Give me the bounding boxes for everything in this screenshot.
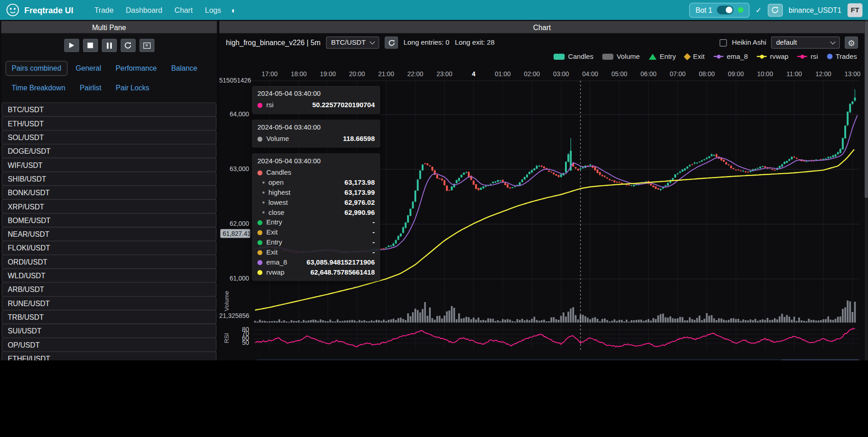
rsi-axis-title: RSI [223,322,230,355]
cancel-open-orders-button[interactable]: × [139,39,154,52]
pair-item-wld-usdt[interactable]: WLD/USDT [2,268,217,283]
app-title[interactable]: Freqtrade UI [24,5,73,15]
long-exits-label: Long exit: 28 [455,39,495,47]
tab-pairlist[interactable]: Pairlist [73,80,107,95]
nav-item-chart[interactable]: Chart [169,3,198,17]
scrollbar-thumb[interactable] [865,21,868,198]
user-avatar[interactable]: FT [847,3,863,17]
pair-select-value: BTC/USDT [331,39,366,47]
freqtrade-app: Freqtrade UI TradeDashboardChartLogs ◐ B… [0,0,868,360]
tab-general[interactable]: General [69,61,107,76]
freqtrade-logo-icon[interactable] [5,3,20,17]
pair-item-bome-usdt[interactable]: BOME/USDT [2,213,217,228]
pair-item-doge-usdt[interactable]: DOGE/USDT [2,144,217,158]
gear-icon: ⚙ [847,38,855,47]
stop-bot-button[interactable] [83,39,98,52]
legend-label: Exit [693,52,705,60]
multi-pane-panel: Multi Pane × Pairs combinedGeneralPerfor… [1,21,217,360]
chart-toolbar-right: Heikin Ashi default ⚙ [720,36,858,49]
legend-candles[interactable]: Candles [554,52,593,60]
legend-volume[interactable]: Volume [602,52,640,60]
legend-label: rvwap [770,52,788,60]
pair-item-ordi-usdt[interactable]: ORDI/USDT [2,255,217,269]
tab-balance[interactable]: Balance [165,61,204,76]
price-tick-label: 515051426 [219,77,249,84]
stop-icon [88,42,93,48]
legend-label: ema_8 [727,52,748,60]
chart-navigator[interactable] [256,359,860,360]
check-icon: ✓ [755,6,761,14]
legend-rsi[interactable]: rsi [797,52,818,60]
bot-toggle[interactable] [716,5,733,14]
legend-trades[interactable]: Trades [827,52,857,60]
refresh-chart-button[interactable] [385,36,398,49]
legend-label: Candles [568,52,594,60]
rsi-swatch-icon [797,56,807,57]
start-bot-button[interactable] [64,39,79,52]
pause-bot-button[interactable] [102,39,117,52]
pair-item-floki-usdt[interactable]: FLOKI/USDT [2,241,217,255]
tab-pair-locks[interactable]: Pair Locks [110,80,155,95]
pair-item-sui-usdt[interactable]: SUI/USDT [2,324,217,338]
reload-icon [124,42,132,49]
tab-pairs-combined[interactable]: Pairs combined [5,61,67,76]
plot-config-value: default [776,39,797,47]
pair-item-sol-usdt[interactable]: SOL/USDT [2,130,217,145]
chevron-down-icon [370,39,375,45]
pair-item-rune-usdt[interactable]: RUNE/USDT [2,296,217,311]
pair-select[interactable]: BTC/USDT [326,36,379,49]
pair-item-ethfi-usdt[interactable]: ETHFI/USDT [2,351,217,360]
legend-label: Trades [836,52,857,60]
legend-entry[interactable]: Entry [648,52,676,60]
play-icon [69,42,74,48]
exchange-label: binance_USDT1 [789,6,842,14]
box-x-icon: × [143,42,151,48]
pair-item-op-usdt[interactable]: OP/USDT [2,338,217,352]
legend-ema-8[interactable]: ema_8 [713,52,748,60]
theme-toggle-icon[interactable]: ◐ [227,3,241,17]
pair-item-btc-usdt[interactable]: BTC/USDT [2,102,217,117]
plot-config-select[interactable]: default [771,36,840,49]
nav-item-trade[interactable]: Trade [89,3,119,17]
price-tick-label: 64,000 [219,111,249,118]
chart-plot-area[interactable]: 17:0018:0019:0020:0021:0022:0023:00401:0… [219,67,864,360]
volume-swatch-icon [602,53,613,59]
pair-item-bonk-usdt[interactable]: BONK/USDT [2,185,217,200]
bot-selector-chip[interactable]: Bot 1 [690,2,749,17]
legend-rvwap[interactable]: rvwap [757,52,789,60]
nav-item-logs[interactable]: Logs [199,3,227,17]
page-scrollbar[interactable] [865,20,868,360]
ema-8-swatch-icon [713,56,723,57]
multi-pane-header: Multi Pane [1,21,217,33]
reload-config-button[interactable] [120,39,136,52]
nav-menu: TradeDashboardChartLogs [89,3,227,17]
reload-icon [388,39,395,47]
pair-item-wif-usdt[interactable]: WIF/USDT [2,158,217,172]
pair-list: BTC/USDTETH/USDTSOL/USDTDOGE/USDTWIF/USD… [1,102,217,360]
candlestick-chart[interactable] [252,67,861,354]
chevron-down-icon [830,39,836,45]
legend-label: Volume [617,52,640,60]
pair-item-shib-usdt[interactable]: SHIB/USDT [2,172,217,186]
pair-item-eth-usdt[interactable]: ETH/USDT [2,116,217,131]
exit-swatch-icon [684,53,690,60]
pair-item-near-usdt[interactable]: NEAR/USDT [2,227,217,241]
toggle-knob [726,7,732,14]
chart-header: Chart [219,21,864,33]
heikin-ashi-checkbox[interactable] [720,39,727,47]
tab-time-breakdown[interactable]: Time Breakdown [5,80,71,95]
legend-label: rsi [810,52,818,60]
pair-item-arb-usdt[interactable]: ARB/USDT [2,282,217,297]
pair-item-xrp-usdt[interactable]: XRP/USDT [2,199,217,214]
plot-settings-button[interactable]: ⚙ [845,36,858,49]
legend-exit[interactable]: Exit [685,52,704,60]
pair-item-trb-usdt[interactable]: TRB/USDT [2,310,217,324]
chart-panel: Chart high_frog_binance_v226 | 5m BTC/US… [219,21,864,360]
nav-item-dashboard[interactable]: Dashboard [120,3,167,17]
navbar-right: Bot 1 ✓ binance_USDT1 FT [690,2,863,17]
trades-swatch-icon [827,54,832,59]
reload-bot-button[interactable] [768,4,783,16]
price-tick-label: 63,000 [219,166,249,172]
bot-controls: × [1,39,217,52]
tab-performance[interactable]: Performance [110,61,163,76]
